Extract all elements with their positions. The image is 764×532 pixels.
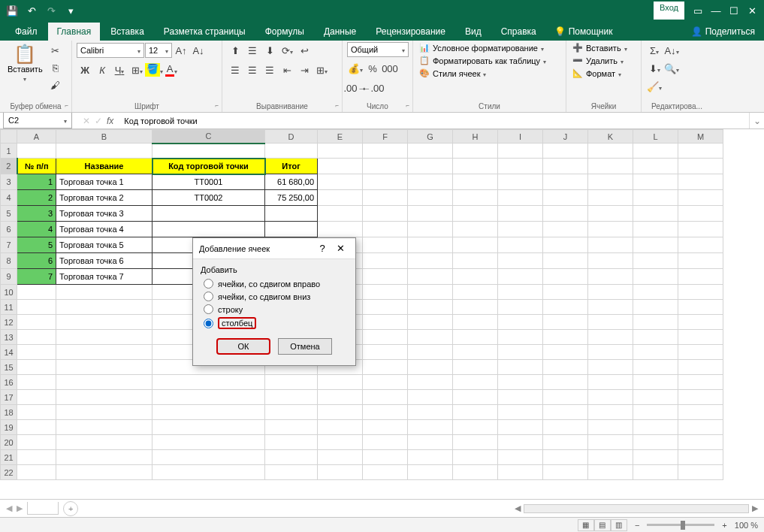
cell-A5[interactable]: 3 [17,206,56,222]
cell-L17[interactable] [633,390,678,405]
cell-H3[interactable] [453,174,498,190]
row-header-1[interactable]: 1 [1,144,17,159]
cell-E18[interactable] [318,405,363,420]
cell-J4[interactable] [543,190,588,206]
cell-I17[interactable] [498,390,543,405]
fill-icon[interactable]: ⬇ [646,60,663,77]
cell-M16[interactable] [678,375,723,390]
cell-F18[interactable] [363,405,408,420]
cell-J3[interactable] [543,174,588,190]
next-sheet-icon[interactable]: ▶ [17,503,23,513]
cell-C21[interactable] [152,450,265,465]
cell-K14[interactable] [588,345,633,360]
row-header-4[interactable]: 4 [1,190,17,206]
cell-K1[interactable] [588,144,633,159]
cell-M9[interactable] [678,269,723,285]
cell-E19[interactable] [318,420,363,435]
cell-B6[interactable]: Торговая точка 4 [56,222,152,237]
cell-M14[interactable] [678,345,723,360]
cell-H18[interactable] [453,405,498,420]
close-icon[interactable]: ✕ [743,2,761,20]
hscroll-track[interactable] [524,504,749,513]
font-name-select[interactable]: Calibri [77,43,144,58]
col-header-E[interactable]: E [318,130,363,144]
cell-J22[interactable] [543,465,588,480]
cell-H15[interactable] [453,360,498,375]
cell-E22[interactable] [318,465,363,480]
zoom-out-icon[interactable]: − [635,521,639,530]
cell-I16[interactable] [498,375,543,390]
cell-B15[interactable] [56,360,152,375]
cell-I5[interactable] [498,206,543,222]
cell-F11[interactable] [363,300,408,315]
cell-C1[interactable] [152,144,265,159]
cell-H2[interactable] [453,159,498,174]
cell-E16[interactable] [318,375,363,390]
cell-H4[interactable] [453,190,498,206]
zoom-level[interactable]: 100 % [735,521,758,530]
cell-L15[interactable] [633,360,678,375]
cell-K13[interactable] [588,330,633,345]
cell-A15[interactable] [17,360,56,375]
cell-E2[interactable] [318,159,363,174]
cell-G2[interactable] [408,159,453,174]
col-header-K[interactable]: K [588,130,633,144]
cell-J10[interactable] [543,285,588,300]
cell-I8[interactable] [498,253,543,269]
cell-L10[interactable] [633,285,678,300]
prev-sheet-icon[interactable]: ◀ [6,503,12,513]
cell-A22[interactable] [17,465,56,480]
cell-F20[interactable] [363,435,408,450]
row-header-15[interactable]: 15 [1,360,17,375]
cell-J17[interactable] [543,390,588,405]
col-header-L[interactable]: L [633,130,678,144]
cell-B18[interactable] [56,405,152,420]
formula-expand-icon[interactable]: ⌄ [749,113,764,128]
row-header-14[interactable]: 14 [1,345,17,360]
align-top-icon[interactable]: ⬆ [227,42,243,59]
cell-G8[interactable] [408,253,453,269]
autosum-icon[interactable]: Σ [646,42,663,59]
cell-K6[interactable] [588,222,633,237]
cell-F10[interactable] [363,285,408,300]
cell-H17[interactable] [453,390,498,405]
col-header-F[interactable]: F [363,130,408,144]
cell-J8[interactable] [543,253,588,269]
cell-H6[interactable] [453,222,498,237]
cell-K21[interactable] [588,450,633,465]
cell-I14[interactable] [498,345,543,360]
cell-M11[interactable] [678,300,723,315]
cell-J19[interactable] [543,420,588,435]
minimize-icon[interactable]: — [707,2,725,20]
cell-B7[interactable]: Торговая точка 5 [56,237,152,253]
cell-F14[interactable] [363,345,408,360]
cell-F19[interactable] [363,420,408,435]
col-header-B[interactable]: B [56,130,152,144]
cell-B2[interactable]: Название [56,159,152,174]
cell-K11[interactable] [588,300,633,315]
cell-G15[interactable] [408,360,453,375]
currency-icon[interactable]: 💰 [347,60,364,77]
cell-B3[interactable]: Торговая точка 1 [56,174,152,190]
cell-A7[interactable]: 5 [17,237,56,253]
cell-M8[interactable] [678,253,723,269]
cell-J7[interactable] [543,237,588,253]
tell-me-button[interactable]: 💡 Помощник [550,23,618,41]
cell-M19[interactable] [678,420,723,435]
cell-F22[interactable] [363,465,408,480]
share-button[interactable]: 👤 Поделиться [682,23,764,41]
col-header-M[interactable]: M [678,130,723,144]
cell-G12[interactable] [408,315,453,330]
cell-M2[interactable] [678,159,723,174]
cell-L13[interactable] [633,330,678,345]
cell-M18[interactable] [678,405,723,420]
cell-A19[interactable] [17,420,56,435]
cell-D6[interactable] [265,222,318,237]
cell-I7[interactable] [498,237,543,253]
cell-J18[interactable] [543,405,588,420]
cell-C3[interactable]: ТТ0001 [152,174,265,190]
radio-row[interactable]: строку [201,303,348,316]
cell-G4[interactable] [408,190,453,206]
percent-icon[interactable]: % [364,60,381,77]
font-expand-icon[interactable]: ⌐ [215,102,219,109]
